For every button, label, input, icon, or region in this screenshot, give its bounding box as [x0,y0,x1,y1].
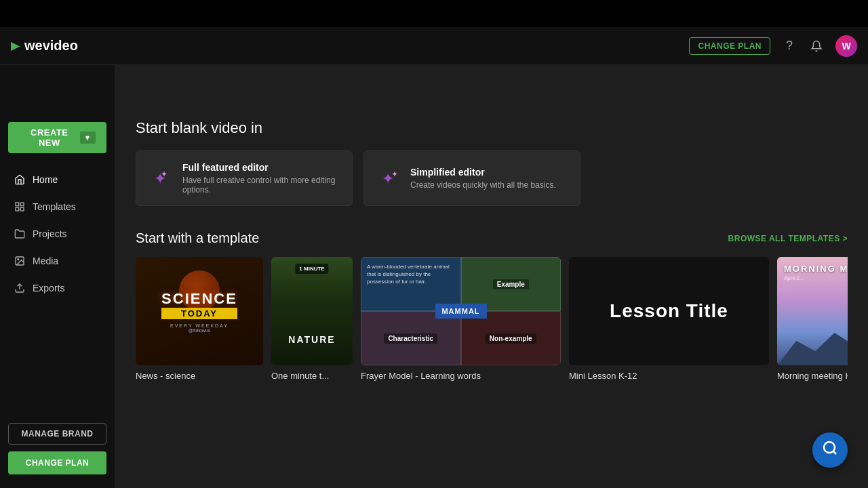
full-featured-editor-desc: Have full creative control with more edi… [182,176,338,195]
sidebar-item-templates-label: Templates [33,201,76,212]
science-follow-label: @followus [161,328,237,333]
template-morning-meeting[interactable]: MORNING M April 2... › Morning meeting K… [777,257,848,381]
template-news-science-title: News - science [136,371,263,381]
science-text-overlay: SCIENCE TODAY EVERY WEEKDAY @followus [161,290,237,333]
header: ▶ wevideo CHANGE PLAN ? W [0,27,868,65]
frayer-center-label: MAMMAL [435,304,486,319]
create-new-label: CREATE NEW [19,127,80,148]
simplified-editor-desc: Create videos quickly with all the basic… [410,180,556,190]
app-container: CREATE NEW ▼ Home Templates [0,54,868,488]
template-morning-meeting-thumbnail: MORNING M April 2... › [777,257,848,365]
notification-icon[interactable] [808,38,825,54]
frayer-non-example-cell: Non-example [461,311,561,365]
main-content: Start blank video in ✦ ✦ Full featured e… [115,54,868,488]
frayer-definition-cell: A warm-blooded vertebrate animal that is… [361,257,461,311]
template-frayer-model[interactable]: A warm-blooded vertebrate animal that is… [361,257,561,381]
help-icon[interactable]: ? [781,38,797,54]
morning-mountain-graphic [777,325,848,365]
sidebar-item-exports[interactable]: Exports [3,275,112,301]
sidebar-item-projects[interactable]: Projects [3,221,112,247]
top-bar [0,0,868,27]
svg-point-5 [18,259,19,260]
science-weekday-label: EVERY WEEKDAY [161,323,237,328]
mini-lesson-heading: Lesson Title [610,300,728,322]
template-one-minute-nature-thumbnail: 1 MINUTE NATURE [271,257,353,365]
templates-header: Start with a template BROWSE ALL TEMPLAT… [136,230,848,246]
logo-play-icon: ▶ [11,39,19,52]
full-featured-editor-info: Full featured editor Have full creative … [182,162,338,195]
dropdown-arrow-icon: ▼ [80,131,96,144]
svg-rect-2 [16,207,19,211]
sidebar-item-media[interactable]: Media [3,248,112,274]
manage-brand-button[interactable]: MANAGE BRAND [8,423,106,445]
frayer-characteristic-label: Characteristic [384,333,437,344]
sidebar-bottom: MANAGE BRAND CHANGE PLAN [0,423,115,474]
header-change-plan-button[interactable]: CHANGE PLAN [689,37,770,55]
start-blank-title: Start blank video in [136,119,848,137]
frayer-characteristic-cell: Characteristic [361,311,461,365]
search-fab-icon [822,440,838,460]
template-one-minute-nature[interactable]: 1 MINUTE NATURE One minute t... [271,257,353,381]
science-title: SCIENCE [161,290,237,308]
create-new-button[interactable]: CREATE NEW ▼ [8,122,106,153]
sidebar-item-projects-label: Projects [33,228,67,239]
svg-point-11 [824,442,835,453]
logo-text: wevideo [24,38,78,54]
sidebar-item-media-label: Media [33,256,58,266]
simplified-editor-icon: ✦ ✦ [378,166,402,190]
avatar[interactable]: W [835,35,857,57]
template-news-science[interactable]: SCIENCE TODAY EVERY WEEKDAY @followus Ne… [136,257,263,381]
header-right: CHANGE PLAN ? W [689,35,857,57]
templates-grid: SCIENCE TODAY EVERY WEEKDAY @followus Ne… [136,257,848,381]
template-one-minute-nature-title: One minute t... [271,371,353,381]
frayer-example-label: Example [493,279,529,289]
template-mini-lesson-thumbnail: Lesson Title [569,257,769,365]
template-frayer-model-title: Frayer Model - Learning words [361,371,561,381]
svg-rect-1 [20,203,24,206]
science-today-label: TODAY [161,308,237,319]
sidebar-item-home[interactable]: Home [3,167,112,192]
svg-text:✦: ✦ [161,169,167,179]
simplified-editor-info: Simplified editor Create videos quickly … [410,167,556,190]
search-fab-button[interactable] [812,432,848,468]
template-news-science-thumbnail: SCIENCE TODAY EVERY WEEKDAY @followus [136,257,263,365]
media-icon [14,255,26,267]
sidebar-item-home-label: Home [33,174,58,185]
browse-all-templates-link[interactable]: BROWSE ALL TEMPLATES > [728,234,848,243]
svg-rect-0 [16,203,19,206]
editor-options: ✦ ✦ Full featured editor Have full creat… [136,150,848,206]
sidebar: CREATE NEW ▼ Home Templates [0,54,115,488]
templates-section-title: Start with a template [136,230,259,246]
morning-meeting-subtitle: April 2... [784,275,804,281]
home-icon [14,174,26,186]
frayer-example-cell: Example [461,257,561,311]
frayer-non-example-label: Non-example [486,333,536,344]
sidebar-item-templates[interactable]: Templates [3,194,112,220]
frayer-definition-text: A warm-blooded vertebrate animal that is… [367,264,450,285]
template-mini-lesson[interactable]: Lesson Title Mini Lesson K-12 [569,257,769,381]
sidebar-change-plan-button[interactable]: CHANGE PLAN [8,451,106,474]
templates-icon [14,201,26,213]
full-featured-editor-card[interactable]: ✦ ✦ Full featured editor Have full creat… [136,150,353,206]
projects-icon [14,228,26,240]
logo: ▶ wevideo [11,38,78,54]
nature-title: NATURE [271,334,353,345]
morning-meeting-title: MORNING M [784,264,848,274]
full-featured-editor-icon: ✦ ✦ [150,166,174,190]
full-featured-editor-title: Full featured editor [182,162,338,173]
template-frayer-model-thumbnail: A warm-blooded vertebrate animal that is… [361,257,561,365]
svg-rect-3 [20,207,24,211]
exports-icon [14,282,26,294]
svg-text:✦: ✦ [391,169,398,179]
template-mini-lesson-title: Mini Lesson K-12 [569,371,769,381]
template-morning-meeting-title: Morning meeting K-12 [777,371,848,381]
simplified-editor-title: Simplified editor [410,167,556,178]
simplified-editor-card[interactable]: ✦ ✦ Simplified editor Create videos quic… [363,150,580,206]
sidebar-item-exports-label: Exports [33,283,64,293]
nature-badge: 1 MINUTE [295,264,328,274]
